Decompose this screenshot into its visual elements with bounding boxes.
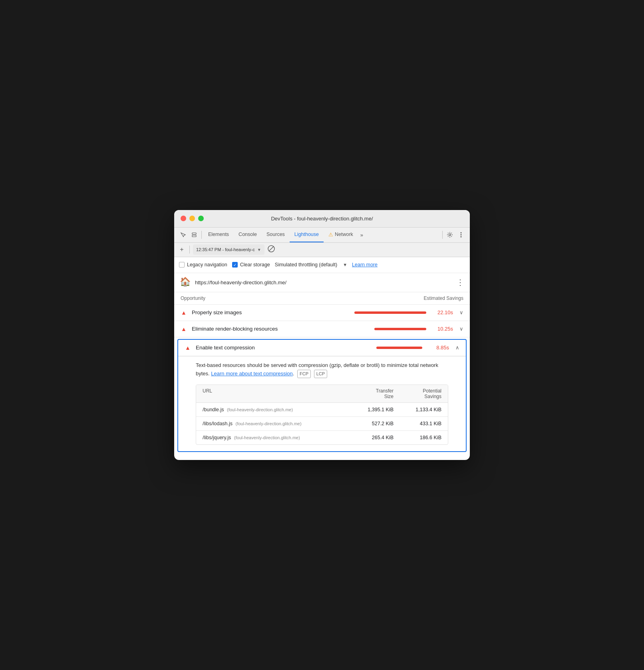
- audit-bar-3: [376, 347, 422, 349]
- table-cell-transfer-3: 265.4 KiB: [346, 435, 394, 440]
- clear-storage-option[interactable]: ✓ Clear storage: [232, 262, 270, 268]
- tab-more-button[interactable]: »: [358, 227, 366, 242]
- audit-warning-icon-3: ▲: [185, 345, 191, 351]
- description-text-after: .: [293, 371, 294, 377]
- svg-point-2: [449, 234, 451, 236]
- audit-item-properly-size-images[interactable]: ▲ Properly size images 22.10s ∨: [174, 305, 470, 321]
- col-header-potential-savings: PotentialSavings: [394, 388, 441, 399]
- svg-point-4: [461, 234, 462, 236]
- tab-console[interactable]: Console: [234, 227, 262, 242]
- col-header-url: URL: [203, 388, 346, 399]
- tab-network[interactable]: ⚠ Network: [324, 227, 358, 242]
- options-bar: Legacy navigation ✓ Clear storage Simula…: [174, 257, 470, 273]
- traffic-lights: [181, 216, 204, 221]
- window-title: DevTools - foul-heavenly-direction.glitc…: [271, 216, 373, 222]
- tab-bar: Elements Console Sources Lighthouse ⚠ Ne…: [203, 227, 441, 242]
- compression-data-table: URL TransferSize PotentialSavings /bundl…: [196, 385, 448, 445]
- audit-warning-icon-2: ▲: [181, 326, 187, 332]
- session-arrow-icon: ▼: [257, 248, 261, 252]
- col-header-transfer-size: TransferSize: [346, 388, 394, 399]
- layers-icon[interactable]: [189, 229, 200, 240]
- audit-title-3: Enable text compression: [196, 345, 372, 351]
- close-button[interactable]: [181, 216, 186, 221]
- table-cell-savings-3: 186.6 KiB: [394, 435, 441, 440]
- table-row: /bundle.js (foul-heavenly-direction.glit…: [196, 403, 448, 417]
- tab-lighthouse[interactable]: Lighthouse: [290, 227, 324, 242]
- audit-header: Opportunity Estimated Savings: [174, 292, 470, 305]
- url-value-3: /libs/jquery.js: [203, 435, 231, 440]
- block-icon[interactable]: [268, 245, 275, 254]
- address-bar: + 12:35:47 PM - foul-heavenly-c ▼: [174, 243, 470, 257]
- table-cell-url-2: /libs/lodash.js (foul-heavenly-direction…: [203, 421, 346, 426]
- audit-savings-2: 10.25s: [431, 326, 453, 332]
- learn-more-text-compression-link[interactable]: Learn more about text compression: [211, 371, 293, 377]
- table-header-row: URL TransferSize PotentialSavings: [196, 385, 448, 403]
- audit-bar-1: [354, 311, 426, 314]
- address-divider: [189, 246, 190, 254]
- network-warning-icon: ⚠: [328, 232, 333, 238]
- more-vert-icon[interactable]: [455, 229, 467, 240]
- svg-rect-0: [192, 233, 196, 234]
- table-cell-url-1: /bundle.js (foul-heavenly-direction.glit…: [203, 407, 346, 412]
- audit-bar-container-1: 22.10s ∨: [354, 309, 463, 315]
- audit-chevron-up-3: ∧: [455, 345, 459, 351]
- table-cell-transfer-2: 527.2 KiB: [346, 421, 394, 426]
- audit-bar-2: [374, 328, 426, 330]
- table-cell-transfer-1: 1,395.1 KiB: [346, 407, 394, 412]
- svg-point-3: [461, 232, 462, 234]
- svg-point-5: [461, 236, 462, 238]
- audit-item-enable-text-compression[interactable]: ▲ Enable text compression 8.85s ∧ Text-b…: [177, 339, 467, 452]
- audit-bar-container-3: 8.85s ∧: [376, 345, 459, 351]
- url-value-2: /libs/lodash.js: [203, 421, 233, 426]
- domain-value-1: (foul-heavenly-direction.glitch.me): [227, 407, 293, 412]
- legacy-navigation-checkbox[interactable]: [179, 262, 185, 268]
- table-cell-savings-2: 433.1 KiB: [394, 421, 441, 426]
- legacy-navigation-label: Legacy navigation: [187, 262, 227, 268]
- settings-icon[interactable]: [444, 229, 455, 240]
- table-cell-savings-1: 1,133.4 KiB: [394, 407, 441, 412]
- domain-value-2: (foul-heavenly-direction.glitch.me): [236, 421, 302, 426]
- audit-expanded-content-3: Text-based resources should be served wi…: [178, 356, 466, 451]
- clear-storage-checkbox[interactable]: ✓: [232, 262, 238, 268]
- audit-item-header-3[interactable]: ▲ Enable text compression 8.85s ∧: [178, 340, 466, 356]
- throttle-arrow-icon[interactable]: ▼: [343, 262, 347, 267]
- svg-line-7: [269, 246, 274, 251]
- tab-elements[interactable]: Elements: [203, 227, 234, 242]
- url-value-1: /bundle.js: [203, 407, 224, 412]
- session-selector[interactable]: 12:35:47 PM - foul-heavenly-c ▼: [193, 244, 264, 255]
- devtools-window: DevTools - foul-heavenly-direction.glitc…: [174, 210, 470, 460]
- table-row: /libs/lodash.js (foul-heavenly-direction…: [196, 417, 448, 431]
- page-url: https://foul-heavenly-direction.glitch.m…: [195, 279, 286, 285]
- clear-storage-label: Clear storage: [240, 262, 270, 268]
- toolbar: Elements Console Sources Lighthouse ⚠ Ne…: [174, 228, 470, 243]
- toolbar-divider: [201, 231, 202, 239]
- fcp-badge: FCP: [297, 370, 311, 379]
- audit-description-3: Text-based resources should be served wi…: [196, 361, 448, 378]
- audit-warning-icon-1: ▲: [181, 309, 187, 316]
- minimize-button[interactable]: [189, 216, 195, 221]
- audit-chevron-down-2: ∨: [459, 326, 463, 332]
- svg-rect-1: [192, 235, 196, 237]
- audit-title-2: Eliminate render-blocking resources: [192, 326, 370, 332]
- cursor-icon[interactable]: [177, 229, 189, 240]
- title-bar: DevTools - foul-heavenly-direction.glitc…: [174, 210, 470, 228]
- audit-title-1: Properly size images: [192, 309, 350, 315]
- audit-savings-1: 22.10s: [431, 309, 453, 315]
- lcp-badge: LCP: [314, 370, 327, 379]
- maximize-button[interactable]: [198, 216, 204, 221]
- estimated-savings-label: Estimated Savings: [424, 295, 463, 301]
- audit-savings-3: 8.85s: [427, 345, 449, 351]
- learn-more-link[interactable]: Learn more: [352, 262, 378, 268]
- new-tab-button[interactable]: +: [177, 245, 186, 254]
- lighthouse-logo-icon: 🏠: [180, 277, 191, 288]
- url-bar-left: 🏠 https://foul-heavenly-direction.glitch…: [180, 277, 286, 288]
- domain-value-3: (foul-heavenly-direction.glitch.me): [234, 435, 300, 440]
- throttling-label: Simulated throttling (default): [275, 262, 337, 268]
- tab-sources[interactable]: Sources: [262, 227, 290, 242]
- opportunity-label: Opportunity: [181, 295, 205, 301]
- legacy-navigation-option[interactable]: Legacy navigation: [179, 262, 227, 268]
- toolbar-divider-2: [442, 231, 443, 239]
- audit-item-eliminate-render-blocking[interactable]: ▲ Eliminate render-blocking resources 10…: [174, 321, 470, 337]
- url-more-icon[interactable]: ⋮: [456, 278, 464, 287]
- table-row: /libs/jquery.js (foul-heavenly-direction…: [196, 431, 448, 444]
